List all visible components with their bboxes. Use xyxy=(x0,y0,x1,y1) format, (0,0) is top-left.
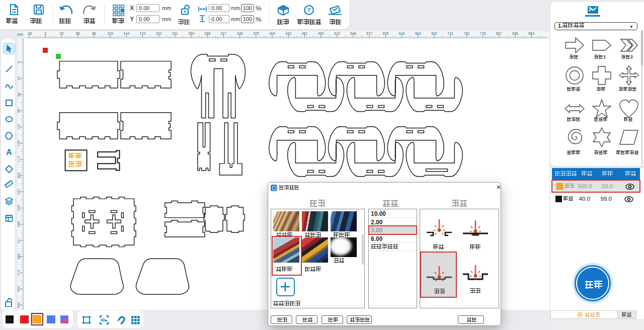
svg-text:A: A xyxy=(6,148,12,156)
svg-text:?: ? xyxy=(307,7,311,13)
